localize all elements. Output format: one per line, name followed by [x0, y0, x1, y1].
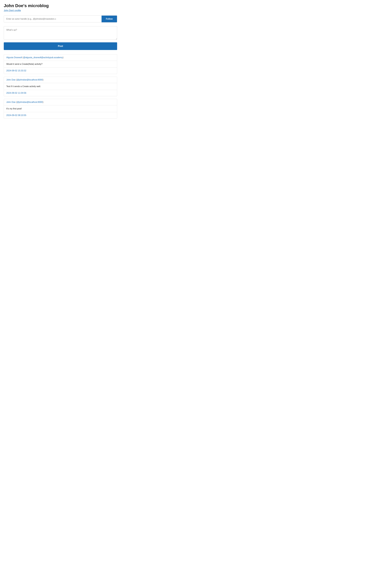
post-body: It's my first post!	[4, 105, 117, 112]
post-time-row: 2024-09-02 11:04:56	[4, 90, 117, 96]
post-time-row: 2024-09-02 15:33:32	[4, 68, 117, 74]
post-time-row: 2024-09-02 08:10:55	[4, 112, 117, 118]
post-author-row: John Doe (@johndoe@localhost:8000)	[4, 99, 117, 105]
post-author-link[interactable]: John Doe	[6, 101, 15, 103]
post-author-row: Algusia Draneoll (@algusia_draneoll@acti…	[4, 54, 117, 61]
post-button[interactable]: Post	[4, 42, 117, 50]
post-author-link[interactable]: John Doe	[6, 79, 15, 81]
follow-section: Follow	[4, 15, 117, 23]
post-card: John Doe (@johndoe@localhost:8000)Test i…	[4, 77, 117, 96]
page-title: John Doe's microblog	[4, 3, 117, 8]
post-body: Would it send a Create(Note) activity?	[4, 61, 117, 68]
post-card: Algusia Draneoll (@algusia_draneoll@acti…	[4, 54, 117, 74]
post-handle: (@johndoe@localhost:8000)	[15, 79, 44, 81]
follow-input[interactable]	[4, 15, 101, 22]
compose-textarea[interactable]	[4, 26, 117, 40]
post-card: John Doe (@johndoe@localhost:8000)It's m…	[4, 99, 117, 118]
post-handle-link[interactable]: @algusia_draneoll@activitypub.academy	[23, 56, 63, 59]
post-handle: (@algusia_draneoll@activitypub.academy)	[22, 56, 63, 59]
post-body: Test if it sends a Create activity well.	[4, 83, 117, 90]
post-handle: (@johndoe@localhost:8000)	[15, 101, 44, 103]
post-timestamp-link[interactable]: 2024-09-02 15:33:32	[6, 70, 26, 72]
post-timestamp-link[interactable]: 2024-09-02 08:10:55	[6, 114, 26, 116]
post-author-row: John Doe (@johndoe@localhost:8000)	[4, 77, 117, 83]
post-handle-link[interactable]: @johndoe@localhost:8000	[17, 79, 43, 81]
post-handle-link[interactable]: @johndoe@localhost:8000	[17, 101, 43, 103]
posts-list: Algusia Draneoll (@algusia_draneoll@acti…	[4, 54, 117, 118]
profile-link[interactable]: John Doe's profile	[4, 9, 21, 12]
follow-button[interactable]: Follow	[101, 15, 117, 22]
post-author-link[interactable]: Algusia Draneoll	[6, 56, 22, 59]
post-timestamp-link[interactable]: 2024-09-02 11:04:56	[6, 92, 26, 94]
